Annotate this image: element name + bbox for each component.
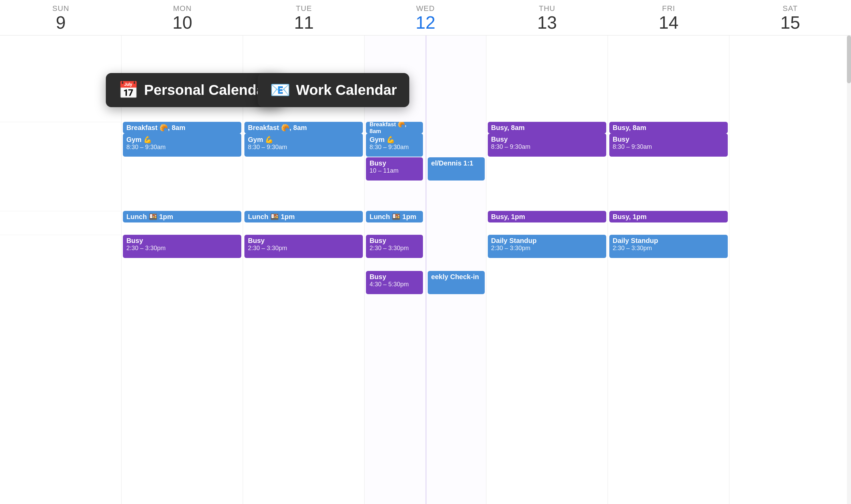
event-fri-busy2[interactable]: Busy 8:30 – 9:30am bbox=[609, 133, 728, 157]
calendar-view: SUN 9 MON 10 TUE 11 WED 12 THU 13 FRI 14… bbox=[0, 0, 851, 504]
event-fri-busy1[interactable]: Busy, 8am bbox=[609, 122, 728, 133]
event-wed-checkin[interactable]: eekly Check-in bbox=[428, 271, 484, 294]
event-mon-breakfast[interactable]: Breakfast 🥐, 8am bbox=[123, 122, 241, 133]
event-wed-busy3[interactable]: Busy 4:30 – 5:30pm bbox=[366, 271, 423, 294]
event-wed-busy2[interactable]: Busy 2:30 – 3:30pm bbox=[366, 235, 423, 258]
event-thu-busy3[interactable]: Busy, 1pm bbox=[488, 211, 606, 222]
event-thu-standup[interactable]: Daily Standup 2:30 – 3:30pm bbox=[488, 235, 606, 258]
header-tue: TUE 11 bbox=[243, 4, 365, 32]
day-column-sun bbox=[0, 35, 122, 504]
header-fri: FRI 14 bbox=[608, 4, 729, 32]
event-wed-gym[interactable]: Gym 💪 8:30 – 9:30am bbox=[366, 133, 423, 157]
event-wed-dennis[interactable]: el/Dennis 1:1 bbox=[428, 157, 484, 181]
work-calendar-label[interactable]: 📧 Work Calendar bbox=[258, 73, 409, 107]
event-thu-busy2[interactable]: Busy 8:30 – 9:30am bbox=[488, 133, 606, 157]
personal-calendar-text: Personal Calendar bbox=[144, 82, 270, 98]
event-mon-lunch[interactable]: Lunch 🍱 1pm bbox=[123, 211, 241, 222]
event-wed-busy1[interactable]: Busy 10 – 11am bbox=[366, 157, 423, 181]
day-column-sat bbox=[729, 35, 851, 504]
calendar-body: 📅 Personal Calendar 📧 Work Calendar Brea… bbox=[0, 35, 851, 504]
header-thu: THU 13 bbox=[486, 4, 608, 32]
event-mon-busy[interactable]: Busy 2:30 – 3:30pm bbox=[123, 235, 241, 258]
header-sun: SUN 9 bbox=[0, 4, 122, 32]
event-thu-busy1[interactable]: Busy, 8am bbox=[488, 122, 606, 133]
outlook-icon: 📧 bbox=[270, 81, 290, 100]
header-wed: WED 12 bbox=[365, 4, 486, 32]
header-sat: SAT 15 bbox=[729, 4, 851, 32]
event-fri-standup[interactable]: Daily Standup 2:30 – 3:30pm bbox=[609, 235, 728, 258]
event-tue-lunch[interactable]: Lunch 🍱 1pm bbox=[244, 211, 363, 222]
event-fri-busy3[interactable]: Busy, 1pm bbox=[609, 211, 728, 222]
header-mon: MON 10 bbox=[122, 4, 243, 32]
day-column-thu: Busy, 8am Busy 8:30 – 9:30am Busy, 1pm D… bbox=[486, 35, 608, 504]
google-calendar-icon: 📅 bbox=[118, 81, 139, 100]
event-wed-breakfast[interactable]: Breakfast 🥐, 8am bbox=[366, 122, 423, 133]
event-mon-gym[interactable]: Gym 💪 8:30 – 9:30am bbox=[123, 133, 241, 157]
day-column-fri: Busy, 8am Busy 8:30 – 9:30am Busy, 1pm D… bbox=[608, 35, 729, 504]
scrollbar[interactable] bbox=[847, 35, 851, 504]
today-indicator bbox=[426, 35, 426, 504]
personal-calendar-label[interactable]: 📅 Personal Calendar bbox=[106, 73, 282, 107]
event-tue-gym[interactable]: Gym 💪 8:30 – 9:30am bbox=[244, 133, 363, 157]
event-wed-lunch[interactable]: Lunch 🍱 1pm bbox=[366, 211, 423, 222]
day-headers: SUN 9 MON 10 TUE 11 WED 12 THU 13 FRI 14… bbox=[0, 0, 851, 35]
event-tue-busy[interactable]: Busy 2:30 – 3:30pm bbox=[244, 235, 363, 258]
work-calendar-text: Work Calendar bbox=[296, 82, 397, 98]
scrollbar-thumb[interactable] bbox=[847, 35, 851, 83]
event-tue-breakfast[interactable]: Breakfast 🥐, 8am bbox=[244, 122, 363, 133]
